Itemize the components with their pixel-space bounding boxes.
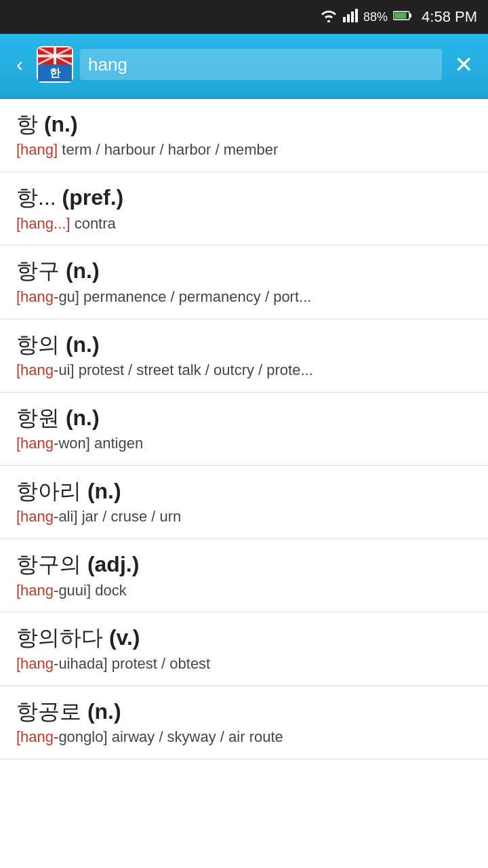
part-of-speech: (n.) xyxy=(66,332,100,357)
entry-body: [hang-gonglo] airway / skyway / air rout… xyxy=(16,727,472,748)
pronunciation: [hang xyxy=(16,728,54,745)
list-item[interactable]: 항의 (n.) [hang-ui] protest / street talk … xyxy=(0,319,488,393)
svg-rect-0 xyxy=(343,17,346,22)
entry-title: 항공로 (n.) xyxy=(16,698,472,724)
list-item[interactable]: 항의하다 (v.) [hang-uihada] protest / obtest xyxy=(0,612,488,686)
pronunciation-suffix: -won] xyxy=(54,435,90,452)
entry-body: [hang-gu] permanence / permanency / port… xyxy=(16,287,472,308)
part-of-speech: (n.) xyxy=(66,258,100,283)
entry-body: [hang] term / harbour / harbor / member xyxy=(16,140,472,161)
definition: permanence / permanency / port... xyxy=(83,288,311,305)
entry-title: 항 (n.) xyxy=(16,111,472,137)
part-of-speech: (v.) xyxy=(109,625,140,650)
entry-title: 항의 (n.) xyxy=(16,332,472,357)
clear-button[interactable]: ✕ xyxy=(449,47,479,82)
entry-title: 항의하다 (v.) xyxy=(16,625,472,650)
svg-rect-1 xyxy=(347,14,350,22)
part-of-speech: (n.) xyxy=(87,699,121,724)
pronunciation-suffix: -gonglo] xyxy=(54,728,108,745)
entry-title: 항... (pref.) xyxy=(16,184,472,210)
header: ‹ 한 ✕ xyxy=(0,34,488,95)
svg-rect-6 xyxy=(394,12,407,18)
svg-rect-2 xyxy=(351,12,354,22)
pronunciation-suffix: -guui] xyxy=(54,582,91,599)
list-item[interactable]: 항아리 (n.) [hang-ali] jar / cruse / urn xyxy=(0,466,488,539)
list-item[interactable]: 항구의 (adj.) [hang-guui] dock xyxy=(0,539,488,612)
entry-title: 항아리 (n.) xyxy=(16,478,472,504)
svg-rect-5 xyxy=(409,14,411,18)
battery-icon xyxy=(393,10,412,24)
entry-body: [hang-won] antigen xyxy=(16,433,472,454)
pronunciation: [hang xyxy=(16,288,54,305)
part-of-speech: (n.) xyxy=(87,479,121,503)
list-item[interactable]: 항구 (n.) [hang-gu] permanence / permanenc… xyxy=(0,245,488,319)
pronunciation: [hang xyxy=(16,508,54,525)
status-time: 4:58 PM xyxy=(422,8,477,26)
entry-body: [hang-ui] protest / street talk / outcry… xyxy=(16,360,472,381)
part-of-speech: (pref.) xyxy=(62,185,124,210)
definition: dock xyxy=(95,582,126,599)
part-of-speech: (adj.) xyxy=(87,552,139,576)
definition: protest / street talk / outcry / prote..… xyxy=(79,361,313,378)
pronunciation-suffix: -uihada] xyxy=(54,655,108,672)
part-of-speech: (n.) xyxy=(66,406,100,430)
pronunciation: [hang...] xyxy=(16,215,70,232)
svg-text:한: 한 xyxy=(49,67,61,79)
part-of-speech: (n.) xyxy=(44,112,78,136)
status-bar: 88% 4:58 PM xyxy=(0,0,488,34)
battery-percentage: 88% xyxy=(363,10,388,24)
svg-rect-3 xyxy=(355,9,358,22)
pronunciation: [hang xyxy=(16,435,54,452)
list-item[interactable]: 항... (pref.) [hang...] contra xyxy=(0,172,488,245)
pronunciation: [hang xyxy=(16,655,54,672)
pronunciation-suffix: -ali] xyxy=(54,508,77,525)
pronunciation: [hang xyxy=(16,582,54,599)
entry-title: 항구의 (adj.) xyxy=(16,551,472,577)
list-item[interactable]: 항원 (n.) [hang-won] antigen xyxy=(0,393,488,466)
definition: term / harbour / harbor / member xyxy=(62,141,278,158)
search-box[interactable] xyxy=(80,49,442,80)
list-item[interactable]: 항공로 (n.) [hang-gonglo] airway / skyway /… xyxy=(0,686,488,760)
definition: antigen xyxy=(94,435,143,452)
signal-icon xyxy=(343,9,358,26)
pronunciation-suffix: -ui] xyxy=(54,361,75,378)
entry-body: [hang-ali] jar / cruse / urn xyxy=(16,507,472,528)
back-button[interactable]: ‹ xyxy=(9,49,30,80)
definition: jar / cruse / urn xyxy=(82,508,182,525)
pronunciation: [hang] xyxy=(16,141,58,158)
definition: airway / skyway / air route xyxy=(112,728,283,745)
pronunciation: [hang xyxy=(16,361,54,378)
pronunciation-suffix: -gu] xyxy=(54,288,79,305)
definition: protest / obtest xyxy=(112,655,211,672)
definition: contra xyxy=(75,215,116,232)
list-item[interactable]: 항 (n.) [hang] term / harbour / harbor / … xyxy=(0,99,488,172)
entry-title: 항원 (n.) xyxy=(16,405,472,431)
entry-body: [hang...] contra xyxy=(16,214,472,235)
search-input[interactable] xyxy=(88,54,434,75)
wifi-icon xyxy=(320,9,338,26)
entry-title: 항구 (n.) xyxy=(16,258,472,283)
entry-body: [hang-uihada] protest / obtest xyxy=(16,654,472,675)
entry-body: [hang-guui] dock xyxy=(16,580,472,601)
app-icon: 한 xyxy=(37,46,73,83)
dictionary-list: 항 (n.) [hang] term / harbour / harbor / … xyxy=(0,99,488,760)
